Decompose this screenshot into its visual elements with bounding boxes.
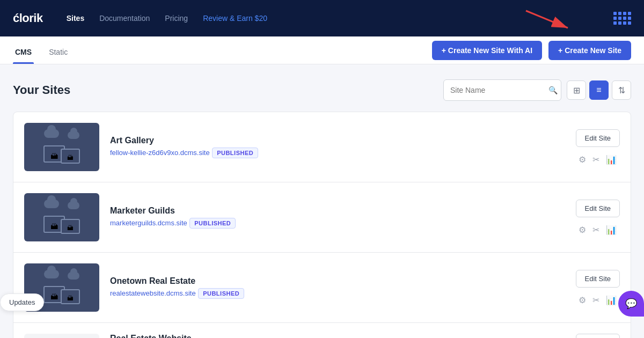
- tab-static[interactable]: Static: [47, 48, 70, 64]
- nav-documentation[interactable]: Documentation: [99, 14, 150, 23]
- chat-icon: 💬: [625, 298, 637, 310]
- header: ćlorik Sites Documentation Pricing Revie…: [0, 0, 644, 36]
- sites-list: Art Gallery fellow-kellie-z6d6v9xo.dcms.…: [13, 112, 631, 338]
- table-row: Onetown Real Estate realestatewebsite.dc…: [13, 253, 631, 323]
- site-thumbnail: [24, 123, 99, 171]
- search-icon: 🔍: [548, 86, 558, 94]
- status-badge: PUBLISHED: [189, 218, 236, 229]
- site-thumbnail: [24, 193, 99, 241]
- create-site-button[interactable]: + Create New Site: [548, 41, 631, 60]
- create-site-ai-button[interactable]: + Create New Site With AI: [432, 41, 542, 60]
- site-info: Onetown Real Estate realestatewebsite.dc…: [110, 276, 565, 299]
- link-icon[interactable]: ✂: [592, 295, 599, 305]
- search-bar[interactable]: 🔍: [443, 79, 561, 101]
- site-actions: Edit Site ⚙ ✂ 📊: [576, 129, 620, 165]
- section-header: Your Sites 🔍 ⊞ ≡ ⇅: [13, 79, 631, 101]
- analytics-icon[interactable]: 📊: [606, 225, 617, 235]
- site-info: Art Gallery fellow-kellie-z6d6v9xo.dcms.…: [110, 136, 565, 158]
- status-badge: PUBLISHED: [198, 288, 244, 299]
- nav-pricing[interactable]: Pricing: [165, 14, 188, 23]
- tab-group: CMS Static: [13, 36, 70, 64]
- site-name: Real Estate Website: [110, 334, 565, 338]
- link-icon[interactable]: ✂: [592, 155, 599, 165]
- site-info: Marketer Guilds marketerguilds.dcms.site…: [110, 206, 565, 229]
- settings-icon[interactable]: ⚙: [579, 225, 586, 235]
- action-icons: ⚙ ✂ 📊: [579, 155, 617, 165]
- link-icon[interactable]: ✂: [592, 225, 599, 235]
- edit-site-button[interactable]: Edit Site: [576, 270, 620, 288]
- nav-sites[interactable]: Sites: [67, 14, 84, 23]
- site-url[interactable]: realestatewebsite.dcms.site: [110, 289, 196, 297]
- table-row: Art Gallery fellow-kellie-z6d6v9xo.dcms.…: [13, 112, 631, 182]
- site-name: Onetown Real Estate: [110, 276, 565, 286]
- main-content: Your Sites 🔍 ⊞ ≡ ⇅: [0, 64, 644, 338]
- table-row: Marketer Guilds marketerguilds.dcms.site…: [13, 182, 631, 253]
- view-controls: ⊞ ≡ ⇅: [567, 80, 631, 100]
- site-url[interactable]: fellow-kellie-z6d6v9xo.dcms.site: [110, 149, 210, 157]
- section-title: Your Sites: [13, 83, 70, 97]
- grid-view-button[interactable]: ⊞: [567, 80, 586, 100]
- logo[interactable]: ćlorik: [13, 11, 43, 25]
- tabs-bar: CMS Static + Create New Site With AI + C…: [0, 36, 644, 64]
- chat-bubble[interactable]: 💬: [618, 291, 644, 317]
- settings-icon[interactable]: ⚙: [579, 295, 586, 305]
- search-input[interactable]: [450, 86, 544, 94]
- site-name: Marketer Guilds: [110, 206, 565, 216]
- edit-site-button[interactable]: Edit Site: [576, 200, 620, 217]
- analytics-icon[interactable]: 📊: [606, 155, 617, 165]
- action-icons: ⚙ ✂ 📊: [579, 225, 617, 235]
- edit-site-button[interactable]: Edit Site: [576, 129, 620, 147]
- table-row: Real Estate Website Edit Site: [13, 323, 631, 338]
- tabs-actions: + Create New Site With AI + Create New S…: [432, 41, 631, 60]
- site-thumbnail-partial: [24, 334, 99, 338]
- analytics-icon[interactable]: 📊: [606, 295, 617, 305]
- site-actions: Edit Site ⚙ ✂ 📊: [576, 270, 620, 305]
- updates-bubble[interactable]: Updates: [0, 293, 44, 311]
- site-url[interactable]: marketerguilds.dcms.site: [110, 219, 187, 227]
- site-actions: Edit Site ⚙ ✂ 📊: [576, 200, 620, 235]
- filter-button[interactable]: ⇅: [612, 80, 631, 100]
- site-name: Art Gallery: [110, 136, 565, 145]
- nav-review-earn[interactable]: Review & Earn $20: [203, 14, 267, 23]
- status-badge: PUBLISHED: [212, 148, 258, 158]
- site-info: Real Estate Website: [110, 334, 565, 338]
- list-view-button[interactable]: ≡: [589, 80, 609, 100]
- action-icons: ⚙ ✂ 📊: [579, 295, 617, 305]
- main-nav: Sites Documentation Pricing Review & Ear…: [67, 14, 267, 23]
- edit-site-button[interactable]: Edit Site: [576, 334, 620, 338]
- apps-grid-icon[interactable]: [613, 12, 631, 25]
- site-actions: Edit Site: [576, 334, 620, 338]
- tab-cms[interactable]: CMS: [13, 48, 34, 64]
- settings-icon[interactable]: ⚙: [579, 155, 586, 165]
